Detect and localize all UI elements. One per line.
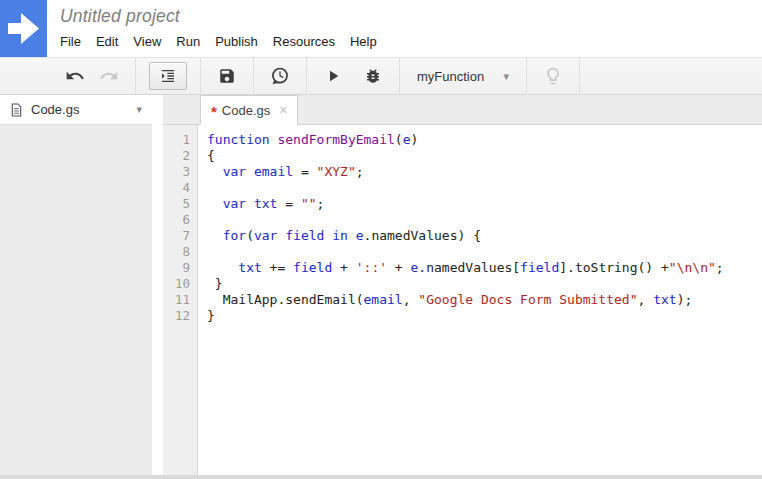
toolbar: myFunction ▾ <box>0 57 762 95</box>
toolbar-separator <box>306 58 307 95</box>
line-number[interactable]: 7 <box>163 228 197 244</box>
line-number[interactable]: 11 <box>163 292 197 308</box>
tab-bar: * Code.gs × <box>163 95 762 125</box>
code-line[interactable]: var email = "XYZ"; <box>207 164 762 180</box>
menu-publish[interactable]: Publish <box>215 34 258 49</box>
menu-help[interactable]: Help <box>350 34 377 49</box>
hints-button[interactable] <box>540 63 566 89</box>
chevron-down-icon: ▾ <box>503 71 509 82</box>
tab-code-gs[interactable]: * Code.gs × <box>200 95 298 125</box>
code-line[interactable]: } <box>207 276 762 292</box>
tab-label: Code.gs <box>222 103 270 118</box>
line-number[interactable]: 6 <box>163 212 197 228</box>
redo-button[interactable] <box>96 63 122 89</box>
code-line[interactable]: for(var field in e.namedValues) { <box>207 228 762 244</box>
line-number[interactable]: 3 <box>163 164 197 180</box>
menu-edit[interactable]: Edit <box>96 34 118 49</box>
menu-file[interactable]: File <box>60 34 81 49</box>
code-line[interactable]: MailApp.sendEmail(email, "Google Docs Fo… <box>207 292 762 308</box>
unsaved-indicator: * <box>211 103 217 120</box>
function-selector[interactable]: myFunction ▾ <box>413 69 513 84</box>
file-icon <box>10 102 23 118</box>
sidebar-item-code-gs[interactable]: Code.gs ▾ <box>0 95 152 125</box>
indent-button[interactable] <box>149 62 187 90</box>
code-line[interactable]: { <box>207 148 762 164</box>
close-icon[interactable]: × <box>279 102 287 118</box>
menu-run[interactable]: Run <box>176 34 200 49</box>
lightbulb-icon <box>543 66 563 86</box>
debug-button[interactable] <box>360 63 386 89</box>
apps-script-logo <box>0 0 47 57</box>
menu-view[interactable]: View <box>133 34 161 49</box>
clock-bubble-icon <box>270 66 290 86</box>
code-line[interactable]: function sendFormByEmail(e) <box>207 132 762 148</box>
code-line[interactable]: var txt = ""; <box>207 196 762 212</box>
sidebar-item-label: Code.gs <box>31 102 136 117</box>
toolbar-separator <box>526 58 527 95</box>
save-button[interactable] <box>214 63 240 89</box>
code-line[interactable] <box>207 180 762 196</box>
sidebar-divider <box>152 95 163 479</box>
save-icon <box>218 67 236 85</box>
line-number[interactable]: 12 <box>163 308 197 324</box>
bug-icon <box>364 67 382 85</box>
run-button[interactable] <box>320 63 346 89</box>
line-number[interactable]: 2 <box>163 148 197 164</box>
line-number-gutter: 123456789101112 <box>163 125 198 479</box>
chevron-down-icon[interactable]: ▾ <box>136 104 142 115</box>
files-sidebar: Code.gs ▾ <box>0 95 152 479</box>
header: Untitled project FileEditViewRunPublishR… <box>0 0 762 57</box>
line-number[interactable]: 8 <box>163 244 197 260</box>
line-number[interactable]: 9 <box>163 260 197 276</box>
code-line[interactable]: txt += field + '::' + e.namedValues[fiel… <box>207 260 762 276</box>
line-number[interactable]: 5 <box>163 196 197 212</box>
arrow-right-icon <box>0 0 47 57</box>
menubar: FileEditViewRunPublishResourcesHelp <box>60 34 392 49</box>
toolbar-separator <box>200 58 201 95</box>
indent-increase-icon <box>160 68 176 84</box>
undo-icon <box>65 66 85 86</box>
toolbar-separator <box>579 58 580 95</box>
function-selector-value: myFunction <box>417 69 484 84</box>
toolbar-separator <box>135 58 136 95</box>
toolbar-separator <box>253 58 254 95</box>
apps-script-editor-window: Untitled project FileEditViewRunPublishR… <box>0 0 762 479</box>
undo-button[interactable] <box>62 63 88 89</box>
bottom-scrollbar-track[interactable] <box>0 475 762 479</box>
editor-pane: * Code.gs × 123456789101112 function sen… <box>163 95 762 479</box>
redo-icon <box>99 66 119 86</box>
play-icon <box>324 67 342 85</box>
code-line[interactable] <box>207 212 762 228</box>
code-editor[interactable]: function sendFormByEmail(e){ var email =… <box>198 125 762 479</box>
toolbar-separator <box>399 58 400 95</box>
project-title[interactable]: Untitled project <box>60 6 392 27</box>
line-number[interactable]: 1 <box>163 132 197 148</box>
code-line[interactable] <box>207 244 762 260</box>
line-number[interactable]: 10 <box>163 276 197 292</box>
manage-versions-button[interactable] <box>267 63 293 89</box>
line-number[interactable]: 4 <box>163 180 197 196</box>
code-line[interactable]: } <box>207 308 762 324</box>
menu-resources[interactable]: Resources <box>273 34 335 49</box>
